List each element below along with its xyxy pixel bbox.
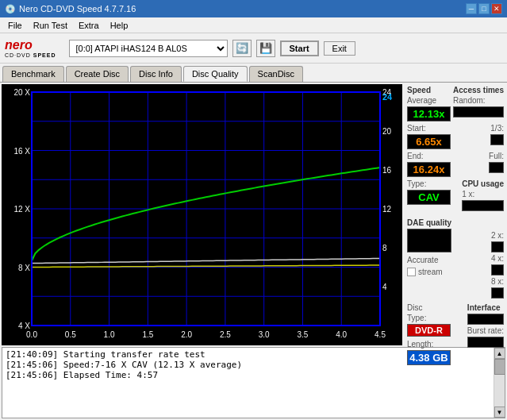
one-third-label: 1/3: bbox=[490, 124, 504, 133]
accurate-label: Accurate bbox=[407, 256, 438, 264]
average-value: 12.13x bbox=[407, 106, 451, 121]
access-label: Access times bbox=[453, 86, 504, 94]
tab-scan-disc[interactable]: ScanDisc bbox=[249, 66, 303, 82]
full-col: Full: bbox=[489, 152, 504, 173]
title-bar: 💿 Nero CD-DVD Speed 4.7.7.16 ─ □ ✕ bbox=[0, 0, 507, 17]
cpu-1x-value bbox=[462, 200, 504, 211]
end-label: End: bbox=[407, 152, 451, 160]
title-bar-left: 💿 Nero CD-DVD Speed 4.7.7.16 bbox=[5, 4, 136, 14]
disc-type-label: Disc bbox=[407, 303, 451, 312]
drive-select[interactable]: [0:0] ATAPI iHAS124 B AL0S bbox=[69, 40, 228, 57]
nero-logo-text: nero bbox=[5, 38, 33, 52]
tabs: Benchmark Create Disc Disc Info Disc Qua… bbox=[0, 64, 507, 83]
start-button[interactable]: Start bbox=[280, 40, 319, 56]
log-area: [21:40:09] Starting transfer rate test [… bbox=[2, 347, 505, 418]
stream-checkbox[interactable] bbox=[407, 268, 416, 276]
one-third-col: 1/3: bbox=[490, 124, 504, 145]
cpu-2x-label: 2 x: bbox=[491, 231, 504, 240]
full-label: Full: bbox=[489, 152, 504, 160]
access-col: Access times Random: bbox=[453, 86, 504, 118]
random-value bbox=[453, 106, 504, 118]
type-row: Type: CAV CPU usage 1 x: bbox=[407, 179, 504, 211]
scroll-down-button[interactable]: ▼ bbox=[494, 407, 505, 418]
cpu-4x-label: 4 x: bbox=[491, 254, 504, 263]
interface-col: Interface Burst rate: bbox=[467, 303, 504, 348]
app-title: Nero CD-DVD Speed 4.7.7.16 bbox=[19, 4, 136, 13]
log-line-2: [21:45:06] Speed:7-16 X CAV (12.13 X ave… bbox=[6, 360, 490, 370]
type-value: CAV bbox=[407, 190, 451, 205]
dae-label: DAE quality bbox=[407, 218, 451, 227]
cpu-1x-label: 1 x: bbox=[462, 190, 504, 198]
disc-type-sub: Type: bbox=[407, 314, 451, 322]
scroll-track bbox=[494, 359, 505, 407]
speed-col: Speed Average 12.13x bbox=[407, 86, 451, 121]
start-label: Start: bbox=[407, 124, 451, 133]
dae-bar bbox=[407, 229, 451, 252]
cpu-2x-value bbox=[491, 241, 504, 252]
app-icon: 💿 bbox=[5, 4, 16, 14]
speed-section: Speed Average 12.13x Access times Random… bbox=[407, 86, 504, 211]
scroll-up-button[interactable]: ▲ bbox=[494, 348, 505, 359]
tab-disc-quality[interactable]: Disc Quality bbox=[183, 66, 248, 82]
interface-value bbox=[467, 314, 504, 325]
type-col: Type: CAV bbox=[407, 179, 451, 205]
menu-help[interactable]: Help bbox=[106, 19, 133, 32]
end-detail-row: End: 16.24x Full: bbox=[407, 152, 504, 177]
cpu-right-col: 2 x: 4 x: 8 x: bbox=[491, 218, 504, 299]
menu-extra[interactable]: Extra bbox=[74, 19, 104, 32]
start-col: Start: 6.65x bbox=[407, 124, 451, 149]
end-col: End: 16.24x bbox=[407, 152, 451, 177]
nero-logo: nero CD·DVD SPEED bbox=[5, 38, 56, 58]
scroll-thumb[interactable] bbox=[494, 359, 505, 375]
end-value: 16.24x bbox=[407, 162, 451, 177]
tab-disc-info[interactable]: Disc Info bbox=[130, 66, 182, 82]
tab-benchmark[interactable]: Benchmark bbox=[2, 66, 64, 82]
burst-value bbox=[467, 337, 504, 348]
speed-header: Speed Average 12.13x Access times Random… bbox=[407, 86, 504, 121]
accurate-row: Accurate bbox=[407, 256, 451, 264]
log-line-3: [21:45:06] Elapsed Time: 4:57 bbox=[6, 370, 490, 380]
one-third-value bbox=[490, 134, 504, 145]
cpu-4x-value bbox=[491, 264, 504, 276]
title-bar-controls: ─ □ ✕ bbox=[466, 3, 502, 14]
refresh-button[interactable]: 🔄 bbox=[232, 40, 252, 57]
close-button[interactable]: ✕ bbox=[491, 3, 502, 14]
start-value: 6.65x bbox=[407, 134, 451, 149]
exit-button[interactable]: Exit bbox=[324, 41, 355, 56]
cpu-col: CPU usage 1 x: bbox=[462, 179, 504, 211]
stream-row: stream bbox=[407, 268, 451, 276]
tab-create-disc[interactable]: Create Disc bbox=[66, 66, 129, 82]
dae-col: DAE quality Accurate stream bbox=[407, 218, 451, 276]
stream-label: stream bbox=[418, 268, 443, 276]
full-value bbox=[489, 162, 504, 173]
disc-type-value: DVD-R bbox=[407, 324, 451, 337]
random-label: Random: bbox=[453, 96, 504, 105]
toolbar: nero CD·DVD SPEED [0:0] ATAPI iHAS124 B … bbox=[0, 33, 507, 64]
nero-logo-sub: CD·DVD SPEED bbox=[5, 52, 56, 58]
menu-file[interactable]: File bbox=[3, 19, 27, 32]
right-panel: Speed Average 12.13x Access times Random… bbox=[404, 83, 507, 347]
speed-detail-row: Start: 6.65x 1/3: bbox=[407, 124, 504, 149]
log-line-1: [21:40:09] Starting transfer rate test bbox=[6, 349, 490, 360]
average-label: Average bbox=[407, 96, 451, 105]
save-button[interactable]: 💾 bbox=[256, 40, 275, 57]
log-scrollbar: ▲ ▼ bbox=[494, 348, 505, 418]
cpu-8x-label: 8 x: bbox=[491, 277, 504, 286]
menu-bar: File Run Test Extra Help bbox=[0, 17, 507, 33]
chart-area bbox=[2, 84, 402, 345]
menu-run-test[interactable]: Run Test bbox=[29, 19, 72, 32]
type-label: Type: bbox=[407, 179, 451, 188]
cpu-spacer bbox=[491, 218, 504, 229]
burst-label: Burst rate: bbox=[467, 326, 504, 335]
main-content: Speed Average 12.13x Access times Random… bbox=[0, 83, 507, 347]
interface-label: Interface bbox=[467, 303, 504, 312]
maximize-button[interactable]: □ bbox=[478, 3, 490, 14]
dae-cpu-row: DAE quality Accurate stream 2 x: 4 x: 8 … bbox=[407, 218, 504, 299]
chart-canvas bbox=[2, 84, 402, 345]
cpu-8x-value bbox=[491, 287, 504, 299]
minimize-button[interactable]: ─ bbox=[466, 3, 477, 14]
cpu-label: CPU usage bbox=[462, 179, 504, 188]
speed-label: Speed bbox=[407, 86, 451, 94]
log-content: [21:40:09] Starting transfer rate test [… bbox=[2, 348, 494, 418]
